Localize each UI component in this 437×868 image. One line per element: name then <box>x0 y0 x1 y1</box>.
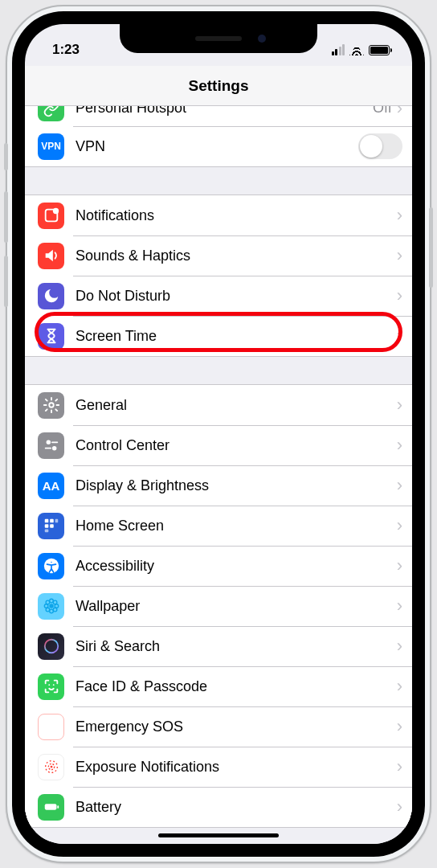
battery-icon <box>369 45 390 55</box>
chevron-right-icon: › <box>397 637 402 655</box>
svg-point-16 <box>49 599 53 603</box>
settings-row-screen-time[interactable]: Screen Time› <box>25 316 412 356</box>
row-label: Emergency SOS <box>76 719 397 735</box>
svg-rect-10 <box>44 524 48 528</box>
row-label: Wallpaper <box>76 598 397 615</box>
sliders-icon <box>38 432 64 459</box>
speaker-icon <box>38 243 64 269</box>
svg-point-21 <box>53 600 57 604</box>
settings-row-emergency-sos[interactable]: SOSEmergency SOS› <box>25 706 412 747</box>
settings-row-personal-hotspot[interactable]: Personal HotspotOff› <box>25 106 412 126</box>
settings-row-battery[interactable]: Battery› <box>25 787 412 827</box>
chevron-right-icon: › <box>397 758 402 776</box>
svg-rect-9 <box>55 519 58 523</box>
settings-row-accessibility[interactable]: Accessibility› <box>25 546 412 586</box>
volume-down-button <box>4 256 8 307</box>
chevron-right-icon: › <box>397 327 402 345</box>
chevron-right-icon: › <box>397 247 402 264</box>
settings-group-alerts: Notifications›Sounds & Haptics›Do Not Di… <box>25 194 412 357</box>
settings-row-do-not-disturb[interactable]: Do Not Disturb› <box>25 276 412 316</box>
vpn-icon: VPN <box>38 133 64 160</box>
aa-icon: AA <box>38 473 64 499</box>
row-label: Personal Hotspot <box>76 106 373 117</box>
svg-rect-31 <box>57 805 59 809</box>
front-camera <box>258 35 266 43</box>
svg-point-5 <box>51 446 56 451</box>
svg-point-20 <box>46 600 50 604</box>
row-label: Control Center <box>76 437 397 454</box>
row-label: Do Not Disturb <box>76 288 397 305</box>
vpn-toggle[interactable] <box>358 133 402 159</box>
settings-group-device: General›Control Center›AADisplay & Brigh… <box>25 384 412 828</box>
row-label: General <box>76 397 397 414</box>
svg-point-17 <box>49 609 53 613</box>
settings-row-sounds-haptics[interactable]: Sounds & Haptics› <box>25 235 412 276</box>
chevron-right-icon: › <box>397 207 402 224</box>
svg-point-18 <box>44 604 48 608</box>
row-label: Sounds & Haptics <box>76 248 397 264</box>
svg-point-2 <box>49 403 54 407</box>
row-label: Battery <box>76 799 397 816</box>
gear-icon <box>38 392 64 419</box>
svg-point-1 <box>52 208 58 214</box>
page-title: Settings <box>189 77 249 95</box>
svg-rect-8 <box>50 519 54 523</box>
sos-icon: SOS <box>38 714 64 740</box>
settings-row-vpn[interactable]: VPNVPN <box>25 126 412 166</box>
hourglass-icon <box>38 323 64 350</box>
moon-icon <box>38 283 64 309</box>
row-label: Notifications <box>76 207 397 224</box>
speaker-grille <box>195 36 242 41</box>
row-label: Display & Brightness <box>76 477 397 494</box>
chevron-right-icon: › <box>397 106 402 117</box>
row-label: Accessibility <box>76 558 397 575</box>
side-button <box>429 207 433 288</box>
accessibility-icon <box>38 553 64 579</box>
chevron-right-icon: › <box>397 798 402 816</box>
faceid-icon <box>38 674 64 700</box>
volume-up-button <box>4 191 8 243</box>
chevron-right-icon: › <box>397 718 402 735</box>
wifi-icon <box>349 44 364 55</box>
chevron-right-icon: › <box>397 517 402 534</box>
row-label: Siri & Search <box>76 638 397 655</box>
settings-scroll-view[interactable]: Personal HotspotOff›VPNVPNNotifications›… <box>25 106 412 844</box>
chevron-right-icon: › <box>397 287 402 305</box>
svg-point-22 <box>46 608 50 612</box>
home-indicator[interactable] <box>158 833 279 837</box>
notifications-icon <box>38 203 64 229</box>
chevron-right-icon: › <box>397 678 402 695</box>
chevron-right-icon: › <box>397 396 402 414</box>
settings-row-exposure-notifications[interactable]: Exposure Notifications› <box>25 747 412 787</box>
settings-row-general[interactable]: General› <box>25 385 412 425</box>
notch <box>120 24 317 53</box>
chevron-right-icon: › <box>397 436 402 454</box>
settings-row-wallpaper[interactable]: Wallpaper› <box>25 586 412 626</box>
chevron-right-icon: › <box>397 597 402 615</box>
ringer-switch <box>4 143 8 170</box>
settings-row-siri-search[interactable]: Siri & Search› <box>25 626 412 666</box>
row-detail: Off <box>373 106 392 117</box>
settings-row-face-id-passcode[interactable]: Face ID & Passcode› <box>25 666 412 706</box>
siri-icon <box>38 633 64 660</box>
row-label: Home Screen <box>76 518 397 534</box>
svg-point-15 <box>49 604 54 608</box>
row-label: Screen Time <box>76 328 397 345</box>
settings-row-control-center[interactable]: Control Center› <box>25 425 412 465</box>
svg-point-26 <box>52 684 54 686</box>
link-icon <box>38 106 64 121</box>
chevron-right-icon: › <box>397 557 402 575</box>
svg-point-29 <box>50 766 52 768</box>
settings-row-home-screen[interactable]: Home Screen› <box>25 506 412 546</box>
exposure-icon <box>38 754 64 780</box>
battery-icon <box>38 794 64 821</box>
svg-point-24 <box>44 640 58 653</box>
settings-row-display-brightness[interactable]: AADisplay & Brightness› <box>25 465 412 506</box>
settings-row-notifications[interactable]: Notifications› <box>25 195 412 235</box>
svg-point-25 <box>48 684 50 686</box>
settings-group-connectivity: Personal HotspotOff›VPNVPN <box>25 106 412 167</box>
svg-rect-7 <box>44 519 48 523</box>
svg-rect-30 <box>44 804 56 809</box>
flower-icon <box>38 593 64 620</box>
phone-frame: 1:23 Settings Personal HotspotOff›VPNVPN… <box>6 5 431 863</box>
